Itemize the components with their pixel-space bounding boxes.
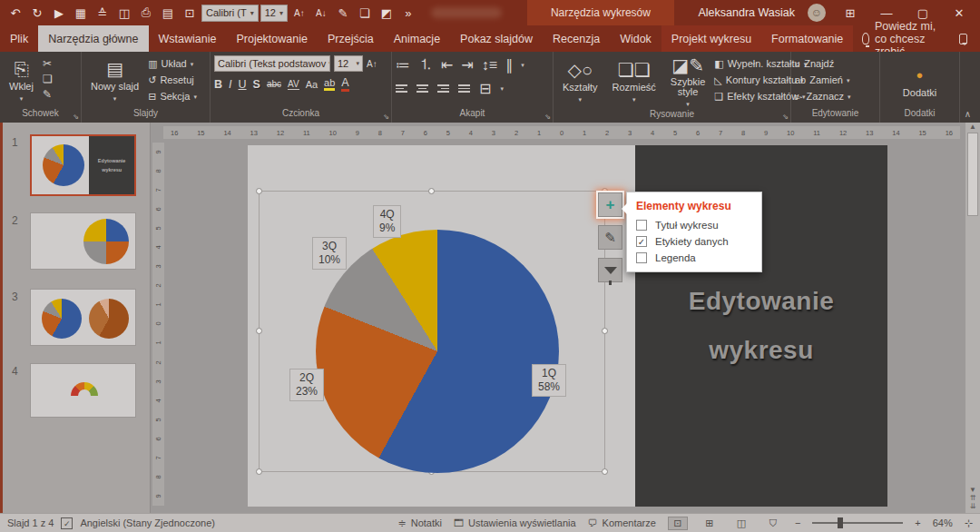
notes-page-icon[interactable]: ▤	[158, 3, 178, 23]
chart-elements-button[interactable]: +	[598, 192, 622, 217]
ribbon-display-options-icon[interactable]: ⊞	[838, 6, 862, 20]
font-color-button[interactable]: A	[341, 76, 348, 92]
spellcheck-icon[interactable]: ✓	[61, 517, 73, 529]
highlight-color-button[interactable]: ab	[324, 77, 335, 91]
new-slide-button[interactable]: ▤ Nowy slajd ▾	[85, 55, 144, 108]
scroll-down-icon[interactable]: ▼	[969, 486, 976, 494]
popup-item-legend[interactable]: Legenda	[636, 252, 752, 263]
bullets-icon[interactable]: ≔	[396, 56, 410, 74]
qat-font-size-combo[interactable]: 12 ▾	[260, 5, 288, 22]
tab-przejscia[interactable]: Przejścia	[318, 25, 384, 52]
chart-styles-button[interactable]: ✎	[598, 225, 622, 250]
scrollbar-thumb[interactable]	[967, 133, 978, 216]
arrange-button[interactable]: ❏❏ Rozmieść▾	[607, 55, 662, 109]
previous-slide-icon[interactable]: ⇈	[970, 494, 976, 502]
fill-color-icon[interactable]: ◩	[377, 3, 397, 23]
slide-thumbnail-3[interactable]	[30, 289, 136, 346]
comments-icon[interactable]	[959, 34, 967, 44]
scroll-up-icon[interactable]: ▲	[969, 123, 976, 131]
replace-button[interactable]: ab Zamień▾	[795, 74, 851, 87]
resize-handle[interactable]	[256, 468, 262, 475]
columns-icon[interactable]: ∥	[505, 56, 513, 74]
addins-button[interactable]: ● Dodatki	[897, 55, 942, 108]
tab-animacje[interactable]: Animacje	[384, 25, 450, 52]
zoom-level[interactable]: 64%	[933, 517, 953, 528]
grow-font-icon[interactable]: A↑	[289, 3, 309, 23]
italic-button[interactable]: I	[229, 78, 231, 91]
quick-styles-button[interactable]: ◪✎ Szybkie style▾	[665, 55, 711, 109]
tab-narzedzia-glowne[interactable]: Narzędzia główne	[38, 25, 148, 52]
layout-button[interactable]: ▥ Układ▾	[148, 57, 197, 71]
zoom-slider-thumb[interactable]	[838, 517, 843, 528]
align-right-icon[interactable]	[437, 83, 449, 94]
chart-object-frame[interactable]: 1Q58% 2Q23% 3Q10% 4Q9%	[259, 191, 605, 472]
normal-view-icon[interactable]: ⊡	[668, 517, 688, 530]
present-icon[interactable]: ▶	[49, 3, 69, 23]
tab-wstawianie[interactable]: Wstawianie	[149, 25, 227, 52]
align-left-icon[interactable]	[396, 83, 407, 94]
resize-handle[interactable]	[602, 468, 608, 475]
dialog-launcher-icon[interactable]: ⇘	[73, 113, 79, 121]
reading-view-icon[interactable]: ◫	[731, 517, 751, 529]
dialog-launcher-icon[interactable]: ⇘	[544, 113, 551, 121]
font-size-combo[interactable]: 12 ▾	[334, 55, 363, 72]
pen-icon[interactable]: ✎	[333, 3, 353, 23]
qat-font-name-combo[interactable]: Calibri (T ▾	[201, 5, 259, 22]
text-direction-icon[interactable]: ⊟	[479, 80, 491, 97]
character-spacing-button[interactable]: AV	[288, 79, 299, 90]
save-icon[interactable]: ▦	[71, 3, 91, 23]
next-slide-icon[interactable]: ⇊	[970, 502, 976, 510]
resize-handle[interactable]	[256, 328, 262, 334]
maximize-icon[interactable]: ▢	[911, 6, 935, 20]
decrease-indent-icon[interactable]: ⇤	[441, 56, 453, 74]
data-label-3q[interactable]: 3Q10%	[312, 237, 347, 270]
line-spacing-icon[interactable]: ↕≡	[482, 57, 497, 74]
tab-formatowanie[interactable]: Formatowanie	[761, 25, 853, 52]
format-painter-icon[interactable]: ✎	[43, 88, 53, 101]
strikethrough-button[interactable]: abc	[267, 79, 281, 89]
section-button[interactable]: ⊟ Sekcja▾	[148, 90, 197, 103]
checkbox-checked[interactable]: ✓	[636, 236, 647, 247]
collapse-ribbon-icon[interactable]: ∧	[965, 109, 971, 119]
undo-icon[interactable]: ↶	[5, 3, 25, 23]
slide-thumbnail-2[interactable]	[30, 212, 136, 270]
tab-projektowanie[interactable]: Projektowanie	[226, 25, 318, 52]
find-button[interactable]: ⌕ Znajdź	[795, 57, 851, 71]
slideshow-icon[interactable]: ⊡	[180, 3, 200, 23]
avatar[interactable]: ☺	[808, 4, 826, 22]
audio-icon[interactable]: ◫	[114, 3, 134, 23]
more-commands-icon[interactable]: »	[398, 3, 418, 23]
reset-button[interactable]: ↺ Resetuj	[148, 74, 197, 87]
shrink-font-icon[interactable]: A↓	[311, 3, 331, 23]
select-button[interactable]: ▻ Zaznacz▾	[795, 90, 851, 103]
vertical-scrollbar[interactable]: ▲ ▼ ⇈ ⇊	[965, 123, 980, 513]
paste-button[interactable]: ⎘ Wklej ▾	[4, 55, 39, 108]
quick-print-icon[interactable]: ⎙	[136, 3, 156, 23]
chart-filters-button[interactable]	[598, 258, 622, 282]
tab-projekt-wykresu[interactable]: Projekt wykresu	[662, 25, 761, 52]
copy-icon[interactable]: ❏	[43, 73, 53, 85]
underline-button[interactable]: U	[239, 78, 247, 91]
data-label-2q[interactable]: 2Q23%	[289, 369, 324, 401]
checkbox[interactable]	[636, 220, 647, 231]
tell-me-box[interactable]: Powiedz mi, co chcesz zrobić	[853, 25, 958, 52]
dialog-launcher-icon[interactable]: ⇘	[383, 113, 389, 121]
display-settings-button[interactable]: 🗔 Ustawienia wyświetlania	[454, 517, 576, 528]
tab-pokaz-slajdow[interactable]: Pokaz slajdów	[450, 25, 543, 52]
zoom-in-icon[interactable]: +	[915, 517, 920, 528]
pie-chart[interactable]	[316, 230, 559, 473]
comments-toggle[interactable]: 🗩 Komentarze	[588, 517, 656, 528]
user-name[interactable]: Aleksandra Wasiak	[698, 6, 795, 19]
popup-item-chart-title[interactable]: Tytuł wykresu	[636, 220, 752, 231]
dialog-launcher-icon[interactable]: ⇘	[782, 113, 789, 121]
popup-item-data-labels[interactable]: ✓ Etykiety danych	[636, 236, 752, 247]
increase-indent-icon[interactable]: ⇥	[461, 56, 473, 74]
font-name-combo[interactable]: Calibri (Tekst podstawov ▾	[214, 55, 330, 72]
grow-font-icon[interactable]: A↑	[367, 59, 377, 69]
numbering-icon[interactable]: ⒈	[418, 55, 433, 74]
minimize-icon[interactable]: —	[875, 6, 898, 20]
slideshow-view-icon[interactable]: ⛉	[763, 517, 783, 529]
vertical-ruler[interactable]: 9876543210123456789	[152, 143, 164, 506]
notes-toggle[interactable]: ≑ Notatki	[397, 517, 441, 529]
close-icon[interactable]: ✕	[947, 6, 971, 20]
